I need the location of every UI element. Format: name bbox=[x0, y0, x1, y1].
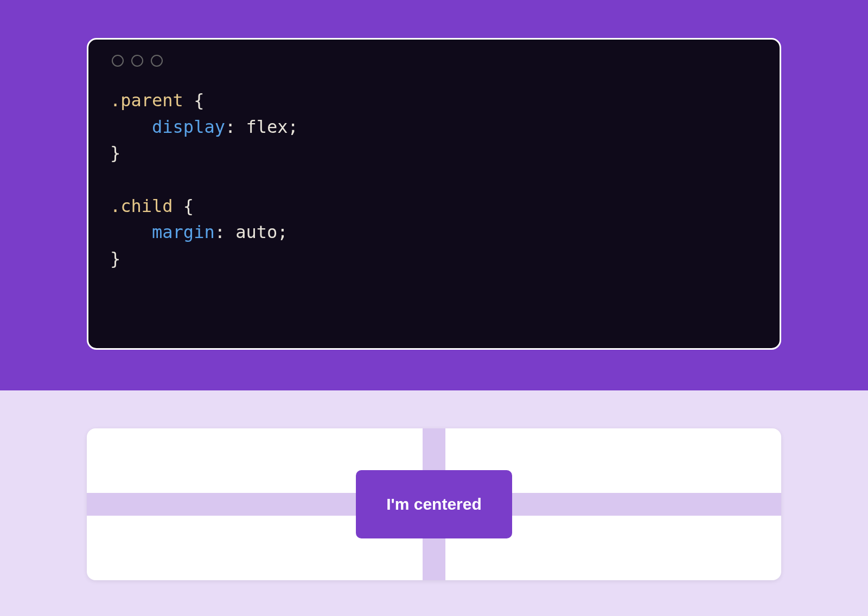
demo-child-box: I'm centered bbox=[356, 470, 512, 538]
demo-parent-box: I'm centered bbox=[87, 428, 781, 580]
window-dot-icon bbox=[151, 55, 163, 67]
code-example-section: .parent { display: flex; } .child { marg… bbox=[0, 0, 868, 390]
window-traffic-lights bbox=[112, 55, 758, 67]
code-window: .parent { display: flex; } .child { marg… bbox=[87, 38, 781, 350]
css-code-block: .parent { display: flex; } .child { marg… bbox=[110, 87, 758, 272]
window-dot-icon bbox=[131, 55, 143, 67]
centered-label: I'm centered bbox=[386, 495, 482, 513]
demo-section: I'm centered bbox=[0, 390, 868, 580]
window-dot-icon bbox=[112, 55, 124, 67]
